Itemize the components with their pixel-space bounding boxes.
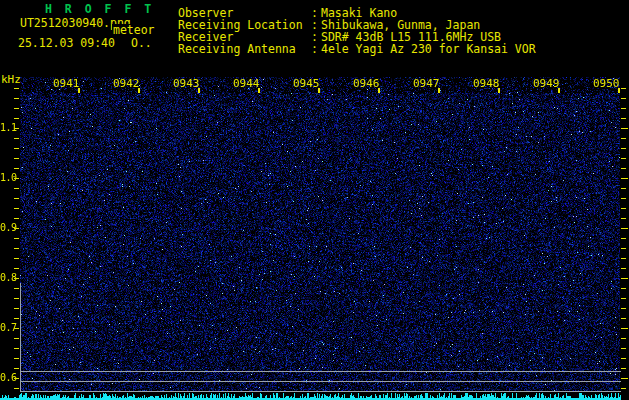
freq-axis-tick-right [621, 218, 626, 219]
freq-axis-tick-right [621, 118, 626, 119]
time-axis-label: 0950 [593, 78, 620, 89]
freq-axis-tick-left [14, 388, 19, 389]
freq-axis-tick-right [621, 168, 626, 169]
freq-axis-tick-left [14, 338, 19, 339]
freq-axis-tick-left [14, 308, 19, 309]
freq-axis-tick-left [14, 248, 19, 249]
freq-axis-tick-right [621, 308, 626, 309]
time-axis-tick [258, 88, 260, 93]
freq-axis-tick-left [14, 128, 19, 129]
freq-axis-tick-right [621, 338, 626, 339]
freq-axis-tick-left [14, 178, 19, 179]
freq-axis-tick-right [621, 348, 626, 349]
freq-axis-tick-right [621, 98, 626, 99]
freq-axis-tick-left [14, 298, 19, 299]
freq-axis-tick-left [14, 218, 19, 219]
freq-axis-tick-left [14, 168, 19, 169]
info-separator: : [311, 43, 318, 55]
time-axis-tick [378, 88, 380, 93]
time-axis-label: 0945 [293, 78, 320, 89]
freq-axis-tick-right [621, 358, 626, 359]
time-axis-tick [498, 88, 500, 93]
freq-axis-tick-left [14, 238, 19, 239]
freq-axis-tick-right [621, 298, 626, 299]
time-axis-tick [138, 88, 140, 93]
time-axis-tick [438, 88, 440, 93]
time-axis-label: 0944 [233, 78, 260, 89]
freq-axis-tick-left [14, 258, 19, 259]
freq-axis-tick-left [14, 228, 19, 229]
freq-axis-tick-left [14, 328, 19, 329]
freq-axis-tick-left [14, 318, 19, 319]
freq-axis-tick-right [621, 128, 628, 129]
freq-axis-tick-right [621, 178, 628, 179]
time-axis-label: 0947 [413, 78, 440, 89]
freq-axis-tick-left [14, 208, 19, 209]
freq-axis-tick-right [621, 288, 626, 289]
freq-axis-tick-right [621, 368, 626, 369]
freq-axis-tick-left [14, 108, 19, 109]
freq-axis-tick-right [621, 328, 628, 329]
freq-axis-tick-right [621, 318, 626, 319]
hrofft-screen: H R O F F T UT2512030940.png meteor 25.1… [0, 0, 629, 400]
observation-mode-label: meteor [112, 24, 155, 36]
freq-axis-tick-right [621, 258, 626, 259]
datetime-label: 25.12.03 09:40 [18, 37, 115, 49]
level-line-upper [20, 371, 621, 372]
level-line-lower [20, 391, 621, 392]
info-label: Receiving Antenna [178, 43, 296, 55]
freq-axis-tick-left [14, 98, 19, 99]
freq-axis-tick-right [621, 378, 628, 379]
time-axis-label: 0943 [173, 78, 200, 89]
level-line-middle [20, 381, 621, 382]
time-axis-label: 0949 [533, 78, 560, 89]
time-axis-label: 0941 [53, 78, 80, 89]
freq-axis-tick-left [14, 268, 19, 269]
freq-axis-tick-right [621, 278, 628, 279]
freq-axis-tick-right [621, 198, 626, 199]
freq-axis-tick-right [621, 388, 626, 389]
freq-axis-tick-right [621, 88, 626, 89]
freq-axis-tick-left [14, 368, 19, 369]
time-axis-label: 0948 [473, 78, 500, 89]
freq-axis-tick-left [14, 198, 19, 199]
freq-axis-tick-right [621, 228, 628, 229]
freq-axis-unit-label: kHz [1, 74, 21, 85]
spectrogram-noise-canvas [20, 77, 620, 392]
level-line-left-border [20, 283, 21, 392]
freq-axis-tick-right [621, 108, 626, 109]
freq-axis-tick-left [14, 148, 19, 149]
freq-axis-tick-left [14, 118, 19, 119]
freq-axis-tick-left [14, 158, 19, 159]
freq-axis-tick-right [621, 248, 626, 249]
progress-indicator: O.. [131, 37, 152, 49]
freq-axis-tick-left [14, 358, 19, 359]
freq-axis-tick-right [621, 148, 626, 149]
freq-axis-tick-right [621, 158, 626, 159]
freq-axis-tick-right [621, 188, 626, 189]
freq-axis-tick-left [14, 88, 19, 89]
app-title: H R O F F T [45, 3, 154, 15]
freq-axis-tick-left [14, 348, 19, 349]
freq-axis-tick-left [14, 138, 19, 139]
time-axis-tick [558, 88, 560, 93]
freq-axis-tick-right [621, 208, 626, 209]
freq-axis-tick-left [14, 278, 19, 279]
time-axis-tick [78, 88, 80, 93]
signal-level-strip-canvas [0, 392, 621, 400]
time-axis-tick [618, 88, 620, 93]
freq-axis-tick-left [14, 378, 19, 379]
freq-axis-tick-right [621, 268, 626, 269]
freq-axis-tick-left [14, 288, 19, 289]
time-axis-tick [198, 88, 200, 93]
time-axis-label: 0946 [353, 78, 380, 89]
freq-axis-tick-left [14, 188, 19, 189]
time-axis-label: 0942 [113, 78, 140, 89]
freq-axis-tick-right [621, 138, 626, 139]
time-axis-tick [318, 88, 320, 93]
freq-axis-tick-right [621, 238, 626, 239]
info-value: 4ele Yagi Az 230 for Kansai VOR [321, 43, 536, 55]
